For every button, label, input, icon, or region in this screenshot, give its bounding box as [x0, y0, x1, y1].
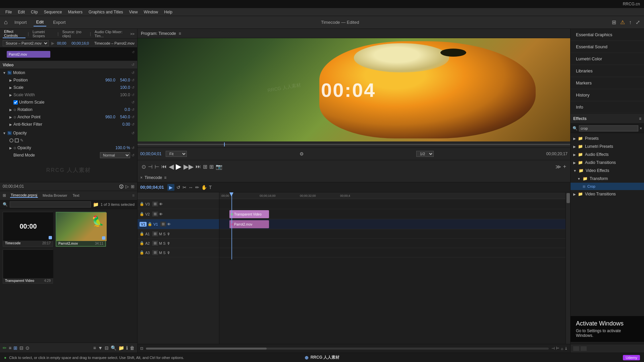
- clip-row-a1[interactable]: [219, 229, 566, 239]
- menu-clip[interactable]: Clip: [28, 9, 41, 15]
- track-a1-sync[interactable]: ⊞: [152, 231, 158, 236]
- effects-group-audio-effects[interactable]: ▶ 📁 Audio Effects: [571, 150, 644, 159]
- delete-icon[interactable]: 🗑: [130, 345, 135, 351]
- track-a3-mute[interactable]: M: [159, 251, 162, 255]
- position-y[interactable]: 540.0: [117, 78, 130, 82]
- uniform-scale-row[interactable]: Uniform Scale ↺: [1, 99, 136, 106]
- effects-search-input[interactable]: [579, 125, 638, 131]
- track-a3-sync[interactable]: ⊞: [152, 250, 158, 255]
- right-link-libraries[interactable]: Libraries: [571, 65, 644, 77]
- track-a1-solo[interactable]: S: [163, 232, 165, 236]
- timeline-home[interactable]: ⌂: [561, 347, 563, 351]
- sort-icon[interactable]: ≡: [93, 345, 96, 351]
- right-link-essential-sound[interactable]: Essential Sound: [571, 41, 644, 53]
- effects-group-video-effects[interactable]: ▼ 📁 Video Effects: [571, 167, 644, 175]
- anchor-row[interactable]: ▶ ⊙ Anchor Point 960.0 540.0 ↺: [1, 113, 136, 121]
- effects-search-clear[interactable]: ×: [640, 126, 642, 131]
- effects-item-crop[interactable]: ⊞ Crop: [571, 183, 644, 190]
- right-link-markers[interactable]: Markers: [571, 77, 644, 89]
- track-a2-mute[interactable]: M: [159, 241, 162, 245]
- menu-markers[interactable]: Markers: [65, 9, 85, 15]
- menu-edit[interactable]: Edit: [15, 9, 28, 15]
- new-item-icon[interactable]: ✏: [3, 345, 7, 351]
- timeline-close[interactable]: ×: [140, 175, 143, 180]
- track-header-v1[interactable]: V1 🔒 V1 ⊞ 👁: [138, 219, 219, 229]
- solo-icon[interactable]: ▷: [125, 184, 129, 189]
- thumbnail-list-icon[interactable]: ⊟: [105, 345, 109, 351]
- source-clip-bar[interactable]: Parrot2.mov: [7, 51, 50, 58]
- timeline-tool-pen[interactable]: ✏: [195, 185, 199, 190]
- right-link-info[interactable]: Info: [571, 101, 644, 113]
- menu-sequence[interactable]: Sequence: [41, 9, 65, 15]
- automate-icon[interactable]: ⊙: [25, 345, 30, 351]
- motion-header[interactable]: ▼ fx Motion ↺: [1, 69, 136, 76]
- tab-media-browser[interactable]: Media Browser: [42, 193, 68, 197]
- media-item-parrot[interactable]: 🦜 Parrot2.mov 34:11: [56, 212, 106, 247]
- export-button[interactable]: Export: [50, 18, 68, 26]
- track-a1-mute[interactable]: M: [159, 232, 162, 236]
- scale-reset[interactable]: ↺: [131, 85, 135, 90]
- tab-text[interactable]: Text: [72, 193, 80, 197]
- timeline-menu[interactable]: ≡: [164, 175, 166, 180]
- rotation-row[interactable]: ▶ ⊙ Rotation 0.0 ↺: [1, 106, 136, 113]
- opacity-value[interactable]: 100.0 %: [112, 145, 130, 150]
- loop-btn-2[interactable]: ⊞: [209, 164, 214, 170]
- timeline-tool-select[interactable]: ▶: [167, 184, 174, 191]
- track-v2-sync[interactable]: ⊞: [152, 212, 158, 217]
- menu-window[interactable]: Window: [141, 9, 161, 15]
- track-lock-a1[interactable]: 🔒: [140, 232, 144, 236]
- clip-row-v3[interactable]: [219, 199, 566, 209]
- tab-source[interactable]: Source: (no clips): [61, 30, 88, 38]
- source-dropdown[interactable]: Source – Parrot2.mov: [3, 40, 49, 46]
- timeline-end[interactable]: ⤓: [565, 346, 568, 351]
- menu-file[interactable]: File: [3, 9, 14, 15]
- effects-group-audio-transitions[interactable]: ▶ 📁 Audio Transitions: [571, 159, 644, 167]
- track-lock-a3[interactable]: 🔒: [140, 250, 144, 255]
- scale-value[interactable]: 100.0: [117, 85, 130, 90]
- clip-row-a3[interactable]: [219, 248, 566, 257]
- tab-lumetri[interactable]: Lumetri Scopes: [31, 30, 55, 38]
- media-item-transparent[interactable]: Transparent Video 4:29: [3, 249, 53, 284]
- opacity-reset[interactable]: ↺: [131, 146, 135, 150]
- list-view-icon[interactable]: ≡: [9, 345, 11, 351]
- export-frame-btn[interactable]: +: [563, 164, 566, 170]
- loop-btn[interactable]: ⊞: [203, 164, 207, 170]
- anchor-reset[interactable]: ↺: [131, 115, 135, 119]
- track-lock-v2[interactable]: 🔒: [140, 212, 144, 216]
- timeline-tool-razor[interactable]: ✂: [182, 185, 186, 190]
- position-x[interactable]: 960.0: [102, 78, 115, 82]
- clip-transparent-video[interactable]: Transparent Video: [229, 210, 269, 218]
- add-clip-icon[interactable]: ⊞: [131, 184, 135, 189]
- bin-icon[interactable]: ⊟: [19, 345, 23, 351]
- media-info-icon[interactable]: ℹ: [126, 345, 128, 351]
- expand-panels-icon[interactable]: >>: [130, 32, 135, 36]
- track-lock-v1[interactable]: 🔒: [148, 222, 152, 226]
- play-in-out-btn[interactable]: ▶▶: [183, 163, 194, 171]
- anti-flicker-value[interactable]: 0.00: [117, 122, 130, 127]
- track-a3-mic[interactable]: 🎙: [167, 251, 170, 255]
- track-v3-sync[interactable]: ⊞: [152, 201, 158, 206]
- rotation-reset[interactable]: ↺: [131, 108, 135, 112]
- blend-mode-row[interactable]: Blend Mode Normal ↺: [1, 152, 136, 159]
- timeline-fit-zoom[interactable]: ⊡: [140, 346, 143, 351]
- timeline-tool-ripple[interactable]: ↺: [176, 185, 180, 190]
- in-point-btn[interactable]: ⊣: [148, 164, 153, 170]
- menu-help[interactable]: Help: [161, 9, 175, 15]
- safe-zone-btn[interactable]: 📷: [216, 164, 222, 170]
- timeline-tool-text[interactable]: T: [209, 185, 212, 190]
- timeline-in[interactable]: ⊣: [551, 346, 555, 351]
- effects-view-2[interactable]: [581, 346, 587, 351]
- timeline-tool-slip[interactable]: ↔: [189, 185, 193, 190]
- track-a2-sync[interactable]: ⊞: [152, 241, 158, 246]
- tab-effect-controls[interactable]: Effect Controls: [3, 29, 25, 38]
- workspace-icon-1[interactable]: ⊞: [612, 19, 616, 25]
- add-marker-btn[interactable]: ≫: [555, 164, 561, 170]
- effects-group-lumetri[interactable]: ▶ 📁 Lumetri Presets: [571, 142, 644, 150]
- uniform-scale-checkbox[interactable]: [13, 100, 18, 105]
- clip-row-a2[interactable]: [219, 239, 566, 248]
- position-row[interactable]: ▶ Position 960.0 540.0 ↺: [1, 76, 136, 84]
- anchor-x[interactable]: 960.0: [102, 115, 115, 119]
- blend-reset[interactable]: ↺: [131, 153, 135, 158]
- menu-view[interactable]: View: [126, 9, 141, 15]
- edit-button[interactable]: Edit: [34, 18, 46, 26]
